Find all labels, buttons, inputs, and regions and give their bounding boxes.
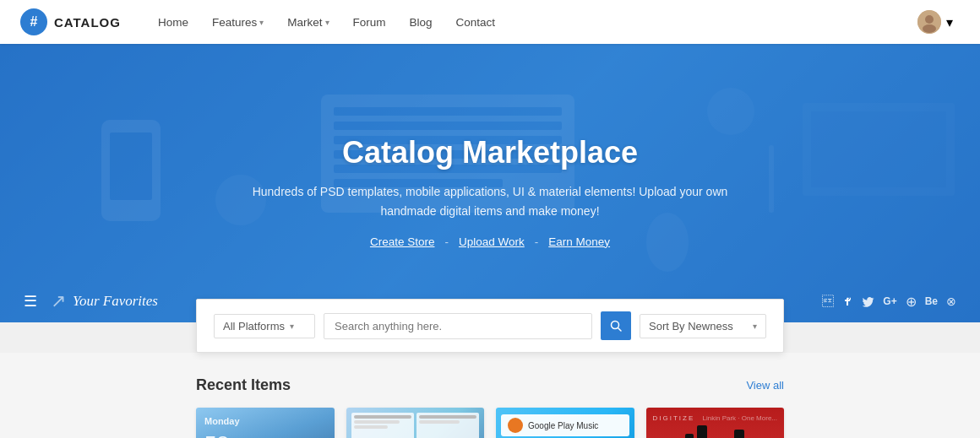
search-icon	[610, 320, 622, 332]
nav-links: Home Features ▾ Market ▾ Forum Blog Cont…	[148, 9, 911, 35]
social-icons-bar:  G+ ⊕ Be ⊗	[822, 294, 956, 310]
nav-market[interactable]: Market ▾	[277, 9, 339, 35]
facebook-icon-svg[interactable]	[842, 295, 854, 307]
svg-rect-11	[110, 132, 152, 200]
upload-work-link[interactable]: Upload Work	[459, 235, 525, 248]
item-card[interactable]: Monday 58	[196, 408, 335, 438]
nav-contact[interactable]: Contact	[446, 9, 506, 35]
earn-money-link[interactable]: Earn Money	[548, 235, 610, 248]
search-input-wrap	[324, 313, 592, 339]
item-thumbnail	[346, 408, 485, 438]
hero-content: Catalog Marketplace Hundreds of PSD temp…	[236, 101, 745, 265]
brand-icon: #	[20, 8, 47, 35]
nav-blog[interactable]: Blog	[400, 9, 443, 35]
svg-line-19	[618, 328, 622, 332]
arrow-icon: ↗	[51, 290, 66, 312]
nav-right: ▾	[911, 7, 960, 37]
item-card[interactable]	[346, 408, 485, 438]
search-bar: All Platforms ▾ Sort By Newness ▾	[196, 299, 784, 353]
svg-rect-17	[811, 111, 946, 187]
brand-logo[interactable]: # CATALOG	[20, 8, 121, 35]
search-button[interactable]	[601, 311, 631, 340]
svg-point-1	[925, 15, 934, 24]
create-store-link[interactable]: Create Store	[370, 235, 435, 248]
hero-cta-links: Create Store - Upload Work - Earn Money	[253, 235, 728, 248]
sort-caret: ▾	[753, 322, 757, 331]
hamburger-icon[interactable]: ☰	[24, 292, 37, 311]
gplus-icon[interactable]: G+	[883, 295, 896, 307]
nav-home[interactable]: Home	[148, 9, 199, 35]
sort-label: Sort By Newness	[649, 320, 733, 333]
platform-label: All Platforms	[223, 320, 285, 333]
section-title: Recent Items	[196, 376, 291, 394]
nav-features[interactable]: Features ▾	[202, 9, 274, 35]
user-avatar-button[interactable]: ▾	[911, 7, 960, 37]
sort-select-wrap: Sort By Newness ▾	[640, 314, 766, 338]
dribbble-icon[interactable]: ⊕	[906, 294, 917, 310]
avatar	[917, 10, 941, 34]
hero-favorites: ☰ ↗ Your Favorites	[24, 290, 158, 312]
pinterest-icon[interactable]: ⊗	[946, 295, 956, 308]
facebook-icon[interactable]: 	[822, 295, 834, 308]
behance-icon[interactable]: Be	[925, 295, 938, 307]
recent-items-section: Recent Items View all Monday 58	[0, 353, 980, 438]
platform-caret: ▾	[290, 322, 294, 331]
twitter-icon[interactable]	[863, 295, 874, 307]
user-dropdown-caret: ▾	[946, 14, 953, 30]
items-grid: Monday 58	[196, 408, 784, 438]
nav-forum[interactable]: Forum	[343, 9, 396, 35]
navbar: # CATALOG Home Features ▾ Market ▾ Forum…	[0, 0, 980, 44]
sort-dropdown[interactable]: Sort By Newness ▾	[640, 314, 766, 338]
separator-1: -	[444, 235, 449, 248]
view-all-link[interactable]: View all	[746, 379, 784, 392]
item-card[interactable]: Digitize Linkin Park · One More...	[646, 408, 785, 438]
svg-rect-15	[769, 145, 774, 213]
hero-title: Catalog Marketplace	[253, 135, 728, 170]
item-thumbnail: Monday 58	[196, 408, 335, 438]
item-thumbnail: Digitize Linkin Park · One More...	[646, 408, 785, 438]
brand-name: CATALOG	[54, 15, 121, 30]
item-card[interactable]: Google Play Music Deezer Music Spotify	[496, 408, 634, 438]
item-thumbnail: Google Play Music Deezer Music Spotify	[496, 408, 634, 438]
favorites-label: Your Favorites	[73, 293, 158, 310]
separator-2: -	[535, 235, 539, 248]
features-caret: ▾	[259, 18, 264, 27]
hero-section: Catalog Marketplace Hundreds of PSD temp…	[0, 44, 980, 322]
platform-dropdown[interactable]: All Platforms ▾	[214, 314, 315, 338]
svg-point-2	[923, 24, 936, 33]
market-caret: ▾	[325, 18, 329, 27]
section-header: Recent Items View all	[196, 376, 784, 394]
hero-subtitle: Hundreds of PSD templates, mobile applic…	[253, 182, 728, 220]
search-input[interactable]	[324, 313, 592, 339]
